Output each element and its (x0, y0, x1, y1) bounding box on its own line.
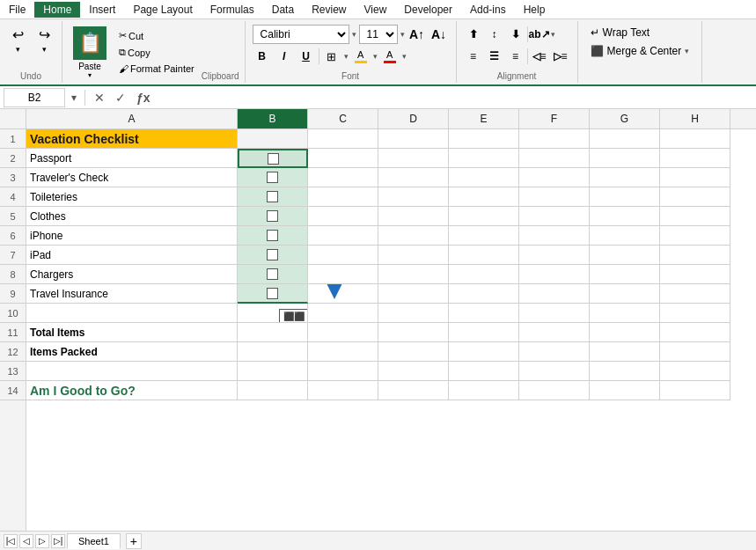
menu-page-layout[interactable]: Page Layout (124, 2, 201, 18)
cell-f2[interactable] (519, 149, 590, 168)
next-sheet-button[interactable]: ▷ (35, 534, 49, 548)
cell-h9[interactable] (660, 284, 730, 304)
cell-d11[interactable] (378, 323, 449, 342)
checkbox-b3[interactable] (267, 172, 278, 183)
cell-a7[interactable]: iPad (26, 246, 238, 265)
cell-c1[interactable] (308, 129, 378, 149)
cell-b13[interactable] (238, 362, 308, 381)
cancel-formula-button[interactable]: ✕ (91, 91, 108, 105)
cell-g9[interactable] (590, 284, 660, 304)
checkbox-b9[interactable] (267, 288, 278, 299)
cell-h3[interactable] (660, 168, 730, 187)
cell-h1[interactable] (660, 129, 730, 149)
cell-e3[interactable] (449, 168, 519, 187)
cell-a8[interactable]: Chargers (26, 265, 238, 284)
copy-button[interactable]: ⧉ Copy (115, 45, 198, 60)
cell-g13[interactable] (590, 362, 660, 381)
cell-d10[interactable] (378, 304, 449, 323)
cell-a12[interactable]: Items Packed (26, 342, 238, 362)
col-header-b[interactable]: B (238, 109, 308, 128)
cell-a9[interactable]: Travel Insurance (26, 284, 238, 304)
cell-e1[interactable] (449, 129, 519, 149)
bold-button[interactable]: B (253, 47, 272, 66)
menu-review[interactable]: Review (303, 2, 355, 18)
col-header-c[interactable]: C (308, 109, 378, 128)
wrap-text-button[interactable]: ↵ Wrap Text (585, 25, 695, 40)
accept-formula-button[interactable]: ✓ (112, 91, 129, 105)
row-4[interactable]: 4 (0, 187, 26, 207)
cell-c7[interactable] (308, 246, 378, 265)
cell-b14[interactable] (238, 381, 308, 400)
cell-a5[interactable]: Clothes (26, 207, 238, 226)
menu-add-ins[interactable]: Add-ins (461, 2, 515, 18)
row-6[interactable]: 6 (0, 226, 26, 246)
cell-g12[interactable] (590, 342, 660, 362)
font-name-arrow[interactable]: ▾ (352, 30, 356, 39)
cell-e12[interactable] (449, 342, 519, 362)
cell-c8[interactable] (308, 265, 378, 284)
cell-a3[interactable]: Traveler's Check (26, 168, 238, 187)
cell-a4[interactable]: Toileteries (26, 187, 238, 207)
row-2[interactable]: 2 (0, 149, 26, 168)
align-center-button[interactable]: ☰ (485, 47, 504, 66)
font-color-arrow[interactable]: ▾ (402, 52, 407, 61)
menu-help[interactable]: Help (515, 2, 554, 18)
col-header-a[interactable]: A (26, 109, 238, 128)
col-header-d[interactable]: D (378, 109, 449, 128)
col-header-h[interactable]: H (660, 109, 730, 128)
cell-e6[interactable] (449, 226, 519, 246)
font-name-select[interactable]: Calibri (253, 25, 349, 44)
cell-h11[interactable] (660, 323, 730, 342)
checkbox-b4[interactable] (267, 191, 278, 202)
row-12[interactable]: 12 (0, 342, 26, 362)
checkbox-b2[interactable] (268, 153, 279, 165)
cell-b12[interactable] (238, 342, 308, 362)
cell-g8[interactable] (590, 265, 660, 284)
cell-d5[interactable] (378, 207, 449, 226)
insert-function-button[interactable]: ƒx (133, 91, 154, 105)
cell-e2[interactable] (449, 149, 519, 168)
align-right-button[interactable]: ≡ (506, 47, 525, 66)
cell-g5[interactable] (590, 207, 660, 226)
cell-g10[interactable] (590, 304, 660, 323)
cell-d13[interactable] (378, 362, 449, 381)
cell-e10[interactable] (449, 304, 519, 323)
cell-d8[interactable] (378, 265, 449, 284)
borders-arrow[interactable]: ▾ (344, 52, 349, 61)
cell-f3[interactable] (519, 168, 590, 187)
font-color-button[interactable]: A (380, 47, 400, 66)
cell-b8[interactable] (238, 265, 308, 284)
cell-d9[interactable] (378, 284, 449, 304)
cell-b4[interactable] (238, 187, 308, 207)
font-size-select[interactable]: 11 (359, 25, 398, 44)
menu-developer[interactable]: Developer (395, 2, 461, 18)
cell-d3[interactable] (378, 168, 449, 187)
cell-reference-input[interactable] (4, 88, 65, 107)
row-9[interactable]: 9 (0, 284, 26, 304)
merge-center-button[interactable]: ⬛ Merge & Center ▾ (585, 43, 695, 59)
cell-a2[interactable]: Passport (26, 149, 238, 168)
text-angle-button[interactable]: ab↗ (530, 25, 549, 44)
cell-g11[interactable] (590, 323, 660, 342)
cell-f13[interactable] (519, 362, 590, 381)
row-10[interactable]: 10 (0, 304, 26, 323)
align-left-button[interactable]: ≡ (464, 47, 483, 66)
cell-f14[interactable] (519, 381, 590, 400)
cell-h13[interactable] (660, 362, 730, 381)
cell-c13[interactable] (308, 362, 378, 381)
cell-e4[interactable] (449, 187, 519, 207)
cell-h7[interactable] (660, 246, 730, 265)
cell-f9[interactable] (519, 284, 590, 304)
cell-g14[interactable] (590, 381, 660, 400)
cell-d1[interactable] (378, 129, 449, 149)
cell-h4[interactable] (660, 187, 730, 207)
cell-c2[interactable] (308, 149, 378, 168)
menu-home[interactable]: Home (34, 2, 80, 18)
cell-a11[interactable]: Total Items (26, 323, 238, 342)
cell-e7[interactable] (449, 246, 519, 265)
add-sheet-button[interactable]: + (126, 533, 142, 549)
cell-c14[interactable] (308, 381, 378, 400)
cell-f12[interactable] (519, 342, 590, 362)
cell-c6[interactable] (308, 226, 378, 246)
format-painter-button[interactable]: 🖌 Format Painter (115, 62, 198, 76)
